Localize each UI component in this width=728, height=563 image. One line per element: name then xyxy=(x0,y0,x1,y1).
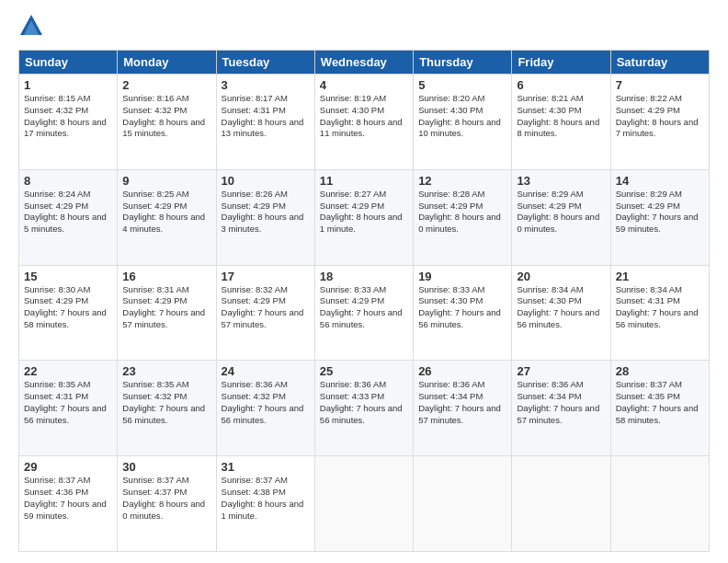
calendar-cell: 4 Sunrise: 8:19 AMSunset: 4:30 PMDayligh… xyxy=(314,75,413,170)
day-info: Sunrise: 8:35 AMSunset: 4:31 PMDaylight:… xyxy=(24,379,112,426)
day-number: 24 xyxy=(222,364,310,378)
day-number: 28 xyxy=(616,364,704,378)
day-info: Sunrise: 8:34 AMSunset: 4:30 PMDaylight:… xyxy=(517,284,605,331)
day-info: Sunrise: 8:26 AMSunset: 4:29 PMDaylight:… xyxy=(222,189,310,236)
day-number: 22 xyxy=(24,364,112,378)
logo xyxy=(18,15,48,40)
calendar-week-row: 8 Sunrise: 8:24 AMSunset: 4:29 PMDayligh… xyxy=(19,169,710,265)
weekday-header: Sunday xyxy=(19,51,118,75)
calendar-cell: 19 Sunrise: 8:33 AMSunset: 4:30 PMDaylig… xyxy=(414,265,512,361)
day-info: Sunrise: 8:19 AMSunset: 4:30 PMDaylight:… xyxy=(320,93,408,140)
day-info: Sunrise: 8:29 AMSunset: 4:29 PMDaylight:… xyxy=(517,189,605,236)
day-number: 12 xyxy=(418,174,506,188)
header xyxy=(18,15,710,40)
calendar-cell: 13 Sunrise: 8:29 AMSunset: 4:29 PMDaylig… xyxy=(512,169,610,265)
day-info: Sunrise: 8:30 AMSunset: 4:29 PMDaylight:… xyxy=(24,284,112,331)
calendar-cell: 18 Sunrise: 8:33 AMSunset: 4:29 PMDaylig… xyxy=(314,265,413,361)
calendar-cell: 1 Sunrise: 8:15 AMSunset: 4:32 PMDayligh… xyxy=(19,75,118,170)
day-number: 13 xyxy=(517,174,605,188)
day-info: Sunrise: 8:33 AMSunset: 4:29 PMDaylight:… xyxy=(320,284,408,331)
day-info: Sunrise: 8:36 AMSunset: 4:32 PMDaylight:… xyxy=(222,379,310,426)
calendar-cell: 15 Sunrise: 8:30 AMSunset: 4:29 PMDaylig… xyxy=(19,265,118,361)
calendar-cell: 30 Sunrise: 8:37 AMSunset: 4:37 PMDaylig… xyxy=(118,456,216,552)
calendar-cell: 23 Sunrise: 8:35 AMSunset: 4:32 PMDaylig… xyxy=(118,361,216,456)
day-number: 27 xyxy=(517,364,605,378)
calendar-cell: 16 Sunrise: 8:31 AMSunset: 4:29 PMDaylig… xyxy=(118,265,216,361)
day-info: Sunrise: 8:33 AMSunset: 4:30 PMDaylight:… xyxy=(418,284,506,331)
day-number: 11 xyxy=(320,174,408,188)
day-number: 10 xyxy=(222,174,310,188)
calendar-cell xyxy=(314,456,413,552)
day-number: 14 xyxy=(616,174,704,188)
day-number: 8 xyxy=(24,174,112,188)
day-info: Sunrise: 8:29 AMSunset: 4:29 PMDaylight:… xyxy=(616,189,704,236)
day-info: Sunrise: 8:20 AMSunset: 4:30 PMDaylight:… xyxy=(418,93,506,140)
calendar-cell: 14 Sunrise: 8:29 AMSunset: 4:29 PMDaylig… xyxy=(610,169,709,265)
calendar-table: SundayMondayTuesdayWednesdayThursdayFrid… xyxy=(18,50,710,552)
day-info: Sunrise: 8:16 AMSunset: 4:32 PMDaylight:… xyxy=(122,93,210,140)
day-info: Sunrise: 8:37 AMSunset: 4:35 PMDaylight:… xyxy=(616,379,704,426)
calendar-week-row: 1 Sunrise: 8:15 AMSunset: 4:32 PMDayligh… xyxy=(19,75,710,170)
calendar-cell: 9 Sunrise: 8:25 AMSunset: 4:29 PMDayligh… xyxy=(118,169,216,265)
day-info: Sunrise: 8:28 AMSunset: 4:29 PMDaylight:… xyxy=(418,189,506,236)
day-info: Sunrise: 8:36 AMSunset: 4:34 PMDaylight:… xyxy=(517,379,605,426)
day-number: 9 xyxy=(122,174,210,188)
day-number: 23 xyxy=(122,364,210,378)
day-info: Sunrise: 8:31 AMSunset: 4:29 PMDaylight:… xyxy=(122,284,210,331)
day-info: Sunrise: 8:22 AMSunset: 4:29 PMDaylight:… xyxy=(616,93,704,140)
day-info: Sunrise: 8:37 AMSunset: 4:36 PMDaylight:… xyxy=(24,475,112,522)
calendar-cell: 22 Sunrise: 8:35 AMSunset: 4:31 PMDaylig… xyxy=(19,361,118,456)
calendar-week-row: 15 Sunrise: 8:30 AMSunset: 4:29 PMDaylig… xyxy=(19,265,710,361)
day-info: Sunrise: 8:36 AMSunset: 4:33 PMDaylight:… xyxy=(320,379,408,426)
day-number: 15 xyxy=(24,270,112,283)
calendar-cell xyxy=(512,456,610,552)
logo-icon xyxy=(18,13,44,39)
day-info: Sunrise: 8:27 AMSunset: 4:29 PMDaylight:… xyxy=(320,189,408,236)
day-info: Sunrise: 8:15 AMSunset: 4:32 PMDaylight:… xyxy=(24,93,112,140)
weekday-header: Monday xyxy=(118,51,216,75)
day-number: 3 xyxy=(222,78,310,92)
day-info: Sunrise: 8:21 AMSunset: 4:30 PMDaylight:… xyxy=(517,93,605,140)
day-info: Sunrise: 8:37 AMSunset: 4:38 PMDaylight:… xyxy=(222,475,310,522)
day-number: 17 xyxy=(222,270,310,283)
day-number: 19 xyxy=(418,270,506,283)
calendar-cell xyxy=(610,456,709,552)
day-number: 21 xyxy=(616,270,704,283)
calendar-cell: 20 Sunrise: 8:34 AMSunset: 4:30 PMDaylig… xyxy=(512,265,610,361)
weekday-header: Friday xyxy=(512,51,610,75)
day-info: Sunrise: 8:32 AMSunset: 4:29 PMDaylight:… xyxy=(222,284,310,331)
calendar-cell: 11 Sunrise: 8:27 AMSunset: 4:29 PMDaylig… xyxy=(314,169,413,265)
day-number: 30 xyxy=(122,460,210,474)
calendar-cell: 25 Sunrise: 8:36 AMSunset: 4:33 PMDaylig… xyxy=(314,361,413,456)
day-info: Sunrise: 8:24 AMSunset: 4:29 PMDaylight:… xyxy=(24,189,112,236)
day-info: Sunrise: 8:25 AMSunset: 4:29 PMDaylight:… xyxy=(122,189,210,236)
calendar-cell: 28 Sunrise: 8:37 AMSunset: 4:35 PMDaylig… xyxy=(610,361,709,456)
day-info: Sunrise: 8:35 AMSunset: 4:32 PMDaylight:… xyxy=(122,379,210,426)
day-number: 16 xyxy=(122,270,210,283)
calendar-cell: 24 Sunrise: 8:36 AMSunset: 4:32 PMDaylig… xyxy=(216,361,314,456)
day-info: Sunrise: 8:36 AMSunset: 4:34 PMDaylight:… xyxy=(418,379,506,426)
weekday-header: Thursday xyxy=(414,51,512,75)
weekday-header-row: SundayMondayTuesdayWednesdayThursdayFrid… xyxy=(19,51,710,75)
calendar-cell: 5 Sunrise: 8:20 AMSunset: 4:30 PMDayligh… xyxy=(414,75,512,170)
calendar-cell: 2 Sunrise: 8:16 AMSunset: 4:32 PMDayligh… xyxy=(118,75,216,170)
day-number: 4 xyxy=(320,78,408,92)
calendar-cell: 17 Sunrise: 8:32 AMSunset: 4:29 PMDaylig… xyxy=(216,265,314,361)
day-number: 1 xyxy=(24,78,112,92)
calendar-page: SundayMondayTuesdayWednesdayThursdayFrid… xyxy=(0,0,728,563)
day-number: 7 xyxy=(616,78,704,92)
day-info: Sunrise: 8:34 AMSunset: 4:31 PMDaylight:… xyxy=(616,284,704,331)
calendar-week-row: 29 Sunrise: 8:37 AMSunset: 4:36 PMDaylig… xyxy=(19,456,710,552)
weekday-header: Saturday xyxy=(610,51,709,75)
calendar-cell: 31 Sunrise: 8:37 AMSunset: 4:38 PMDaylig… xyxy=(216,456,314,552)
calendar-cell: 21 Sunrise: 8:34 AMSunset: 4:31 PMDaylig… xyxy=(610,265,709,361)
day-number: 31 xyxy=(222,460,310,474)
day-number: 18 xyxy=(320,270,408,283)
day-number: 2 xyxy=(122,78,210,92)
calendar-cell: 3 Sunrise: 8:17 AMSunset: 4:31 PMDayligh… xyxy=(216,75,314,170)
day-number: 5 xyxy=(418,78,506,92)
calendar-cell xyxy=(414,456,512,552)
weekday-header: Wednesday xyxy=(314,51,413,75)
calendar-cell: 10 Sunrise: 8:26 AMSunset: 4:29 PMDaylig… xyxy=(216,169,314,265)
calendar-cell: 26 Sunrise: 8:36 AMSunset: 4:34 PMDaylig… xyxy=(414,361,512,456)
